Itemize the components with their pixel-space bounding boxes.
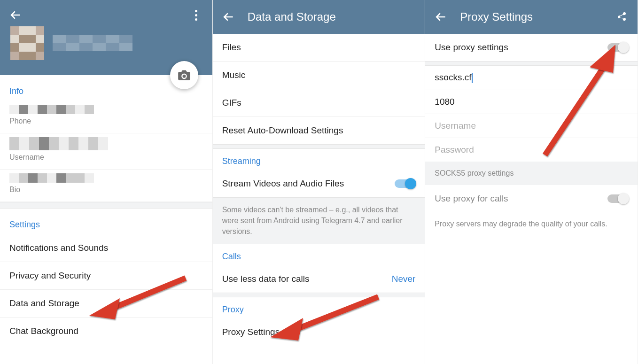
profile-settings-panel: Info Phone Username Bio Settings Notific… <box>0 0 213 364</box>
setting-notifications[interactable]: Notifications and Sounds <box>0 234 212 262</box>
phone-row[interactable]: Phone <box>0 101 212 133</box>
setting-label: Data and Storage <box>9 298 79 309</box>
input-value: ssocks.cf <box>435 72 471 82</box>
camera-fab[interactable] <box>170 61 198 89</box>
setting-label: Chat Background <box>9 326 78 336</box>
section-divider <box>0 202 212 209</box>
username-row[interactable]: Username <box>0 133 212 170</box>
setting-chat-bg[interactable]: Chat Background <box>0 318 212 345</box>
back-icon[interactable] <box>435 10 448 23</box>
proxy-header: Proxy Settings <box>425 0 638 34</box>
setting-label: Privacy and Security <box>9 271 91 281</box>
row-label: Use less data for calls <box>222 274 310 284</box>
password-input[interactable]: Password <box>425 138 638 162</box>
row-proxy-settings[interactable]: Proxy Settings <box>213 318 425 346</box>
calls-header: Calls <box>213 244 425 265</box>
row-gifs[interactable]: GIFs <box>213 89 425 117</box>
profile-header <box>0 0 212 75</box>
username-value <box>9 137 108 150</box>
row-use-proxy[interactable]: Use proxy settings <box>425 34 638 61</box>
row-label: Files <box>222 42 241 53</box>
more-vert-icon[interactable] <box>190 8 203 22</box>
use-proxy-calls-toggle[interactable] <box>607 194 628 203</box>
streaming-header: Streaming <box>213 149 425 170</box>
row-label: Reset Auto-Download Settings <box>222 125 343 136</box>
proxy-header: Proxy <box>213 297 425 318</box>
settings-header: Settings <box>0 209 212 234</box>
phone-value <box>9 105 94 114</box>
row-label: Stream Videos and Audio Files <box>222 178 344 189</box>
port-input[interactable]: 1080 <box>425 90 638 114</box>
setting-data-storage[interactable]: Data and Storage <box>0 290 212 318</box>
stream-description: Some videos can't be streamed – e.g., al… <box>213 197 425 244</box>
socks5-label: SOCKS5 proxy settings <box>425 162 638 185</box>
row-use-less-data[interactable]: Use less data for calls Never <box>213 265 425 293</box>
row-label: Music <box>222 70 246 80</box>
back-icon[interactable] <box>9 8 23 22</box>
section-divider <box>213 144 425 149</box>
username-input[interactable]: Username <box>425 114 638 138</box>
page-title: Proxy Settings <box>460 10 533 23</box>
row-label: Proxy Settings <box>222 327 280 337</box>
row-stream-videos[interactable]: Stream Videos and Audio Files <box>213 170 425 197</box>
phone-label: Phone <box>9 117 203 125</box>
stream-toggle[interactable] <box>395 179 415 188</box>
use-proxy-toggle[interactable] <box>607 43 628 52</box>
profile-name <box>53 35 132 51</box>
bio-value <box>9 173 94 183</box>
back-icon[interactable] <box>222 10 235 23</box>
row-reset-auto-download[interactable]: Reset Auto-Download Settings <box>213 117 425 144</box>
bio-label: Bio <box>9 186 203 194</box>
row-files[interactable]: Files <box>213 34 425 62</box>
setting-label: Notifications and Sounds <box>9 243 108 253</box>
username-label: Username <box>9 153 203 162</box>
row-label: GIFs <box>222 98 241 108</box>
setting-privacy[interactable]: Privacy and Security <box>0 262 212 290</box>
server-input[interactable]: ssocks.cf <box>425 66 638 90</box>
calls-description: Proxy servers may degrade the quality of… <box>425 212 638 236</box>
section-divider <box>425 61 638 66</box>
row-label: Use proxy for calls <box>435 194 508 204</box>
proxy-settings-panel: Proxy Settings Use proxy settings ssocks… <box>425 0 638 364</box>
input-placeholder: Username <box>435 121 476 131</box>
bio-row[interactable]: Bio <box>0 170 212 202</box>
input-placeholder: Password <box>435 145 474 155</box>
share-icon[interactable] <box>615 10 628 23</box>
camera-icon <box>178 70 191 81</box>
row-value: Never <box>392 274 416 284</box>
page-title: Data and Storage <box>248 10 336 23</box>
avatar[interactable] <box>10 26 44 60</box>
data-storage-panel: Data and Storage Files Music GIFs Reset … <box>213 0 426 364</box>
row-music[interactable]: Music <box>213 62 425 89</box>
row-label: Use proxy settings <box>435 42 508 53</box>
row-use-proxy-for-calls[interactable]: Use proxy for calls <box>425 185 638 212</box>
input-value: 1080 <box>435 97 454 107</box>
section-divider <box>213 293 425 297</box>
data-storage-header: Data and Storage <box>213 0 425 34</box>
text-cursor <box>472 73 473 83</box>
